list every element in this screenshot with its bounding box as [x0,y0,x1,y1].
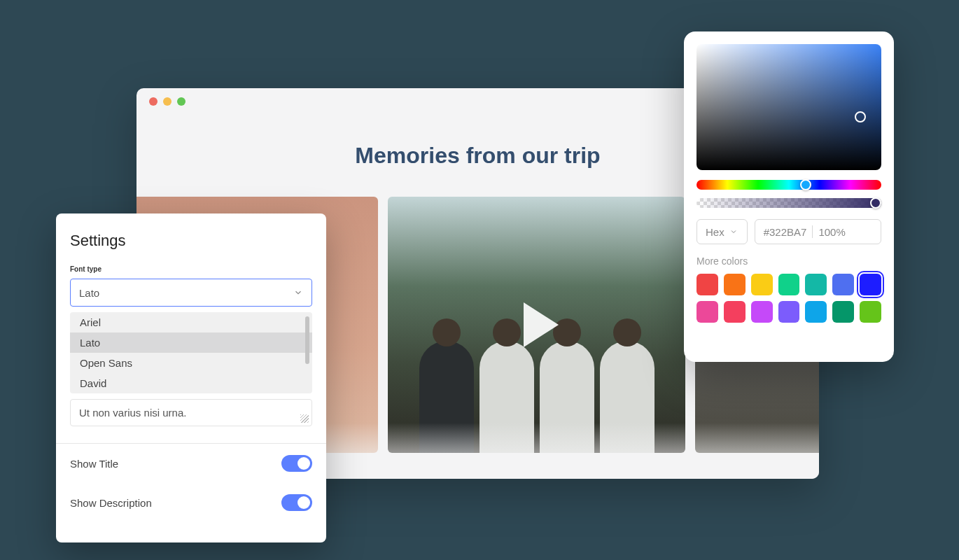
color-format-select[interactable]: Hex [696,219,748,244]
color-swatch[interactable] [696,274,718,295]
hue-thumb[interactable] [800,179,811,190]
more-colors-label: More colors [696,255,881,267]
color-swatch[interactable] [860,301,881,323]
color-swatch[interactable] [724,301,746,323]
play-icon [524,302,559,347]
toggle-row-show-title: Show Title [70,444,312,483]
font-option[interactable]: Open Sans [70,353,312,373]
color-swatch[interactable] [724,274,746,295]
play-button[interactable] [502,290,572,360]
color-swatch[interactable] [832,301,854,323]
font-option[interactable]: Lato [70,332,312,353]
toggle-label: Show Title [70,458,118,470]
color-swatch[interactable] [805,274,827,295]
show-description-toggle[interactable] [281,494,312,511]
hex-input[interactable]: #322BA7 100% [755,219,881,244]
minimize-window-dot[interactable] [163,97,172,106]
swatch-grid [696,274,881,323]
color-swatch[interactable] [805,301,827,323]
maximize-window-dot[interactable] [177,97,186,106]
font-type-select[interactable]: Lato [70,279,312,307]
toggle-row-show-description: Show Description [70,483,312,522]
settings-panel: Settings Font type Lato Ariel Lato Open … [56,214,326,542]
close-window-dot[interactable] [149,97,158,106]
font-dropdown-list: Ariel Lato Open Sans David [70,312,312,393]
color-picker-panel: Hex #322BA7 100% More colors [684,31,894,362]
saturation-selector[interactable] [855,111,866,122]
font-option[interactable]: Ariel [70,312,312,332]
hex-value: #322BA7 [764,226,807,238]
alpha-thumb[interactable] [870,197,881,209]
color-swatch[interactable] [778,301,800,323]
dropdown-scrollbar[interactable] [305,316,309,364]
input-divider [812,225,813,238]
chevron-down-icon [293,288,303,298]
color-swatch[interactable] [696,301,718,323]
color-format-value: Hex [706,226,724,238]
gallery-item-current[interactable] [388,197,685,453]
hue-slider[interactable] [696,180,881,190]
sample-text-value: Ut non varius nisi urna. [79,407,186,419]
settings-title: Settings [70,232,312,250]
color-swatch[interactable] [860,274,881,295]
alpha-slider[interactable] [696,198,881,208]
saturation-brightness-field[interactable] [696,44,881,170]
toggle-label: Show Description [70,497,152,509]
color-swatch[interactable] [832,274,854,295]
opacity-value: 100% [818,226,845,238]
color-swatch[interactable] [751,274,773,295]
color-swatch[interactable] [751,301,773,323]
font-option[interactable]: David [70,373,312,393]
show-title-toggle[interactable] [281,455,312,472]
chevron-down-icon [729,227,738,237]
color-input-row: Hex #322BA7 100% [696,219,881,244]
font-type-label: Font type [70,265,312,273]
color-swatch[interactable] [778,274,800,295]
resize-handle-icon[interactable] [300,414,309,423]
sample-textarea[interactable]: Ut non varius nisi urna. [70,399,312,426]
font-type-value: Lato [79,287,99,299]
